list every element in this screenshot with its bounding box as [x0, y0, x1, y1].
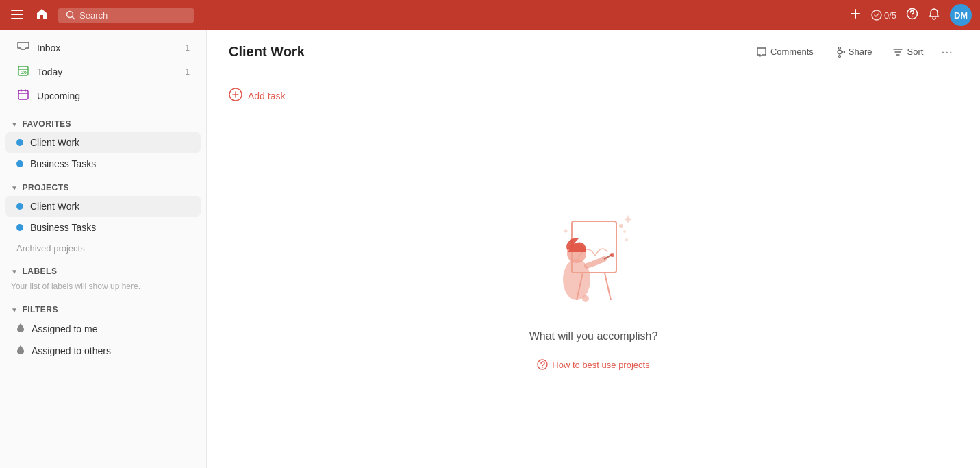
svg-rect-1	[11, 14, 23, 15]
svg-point-24	[625, 238, 628, 241]
add-task-button[interactable]: Add task	[229, 85, 285, 106]
avatar-initials: DM	[954, 10, 968, 21]
filters-chevron: ▼	[11, 306, 18, 314]
project-dot	[16, 160, 23, 167]
add-icon[interactable]	[849, 8, 862, 23]
svg-point-11	[838, 47, 840, 49]
upcoming-label: Upcoming	[37, 90, 190, 101]
projects-list: Client Work Business Tasks	[0, 195, 206, 238]
today-label: Today	[37, 66, 178, 77]
favorites-label: Favorites	[22, 119, 71, 129]
svg-point-21	[610, 253, 614, 257]
comments-icon	[756, 47, 767, 58]
favorites-list: Client Work Business Tasks	[0, 132, 206, 175]
projects-header[interactable]: ▼ Projects	[0, 177, 206, 195]
svg-point-6	[912, 16, 913, 17]
filters-header[interactable]: ▼ Filters	[0, 299, 206, 317]
sort-button[interactable]: Sort	[884, 42, 931, 62]
share-icon	[834, 47, 845, 58]
karma-badge[interactable]: 0/5	[871, 10, 896, 21]
svg-point-26	[538, 360, 547, 369]
notifications-icon[interactable]	[928, 8, 940, 23]
inbox-count: 1	[185, 43, 190, 53]
user-avatar[interactable]: DM	[950, 4, 972, 26]
svg-point-10	[838, 50, 842, 54]
more-options-button[interactable]: ···	[935, 41, 958, 62]
project-label: Client Work	[30, 201, 79, 212]
sidebar-item-client-work-fav[interactable]: Client Work	[5, 132, 201, 153]
sidebar-item-client-work-proj[interactable]: Client Work	[5, 196, 201, 217]
upcoming-icon	[16, 89, 30, 103]
svg-point-27	[542, 367, 544, 368]
inbox-icon	[16, 41, 30, 55]
sidebar: Inbox 1 26 Today 1	[0, 30, 207, 468]
content-body: Add task	[207, 71, 980, 468]
filter-drop-icon	[16, 323, 25, 334]
how-to-link[interactable]: How to best use projects	[537, 359, 649, 370]
search-icon	[66, 10, 75, 20]
how-to-icon	[537, 359, 548, 370]
svg-rect-2	[11, 18, 23, 19]
svg-point-25	[582, 295, 589, 302]
projects-label: Projects	[22, 183, 69, 193]
labels-empty: Your list of labels will show up here.	[0, 279, 206, 297]
favorites-header[interactable]: ▼ Favorites	[0, 114, 206, 132]
projects-chevron: ▼	[11, 184, 18, 192]
sidebar-item-today[interactable]: 26 Today 1	[5, 60, 201, 84]
project-dot	[16, 203, 23, 210]
sidebar-item-inbox[interactable]: Inbox 1	[5, 36, 201, 60]
project-label: Business Tasks	[30, 222, 96, 233]
karma-icon	[871, 10, 882, 21]
empty-state: What will you accomplish? How to best us…	[229, 106, 958, 454]
project-dot	[16, 224, 23, 231]
svg-point-13	[838, 55, 840, 57]
project-label: Business Tasks	[30, 158, 96, 169]
filters-label: Filters	[22, 305, 58, 315]
main-layout: Inbox 1 26 Today 1	[0, 30, 980, 468]
home-icon[interactable]	[33, 5, 51, 26]
topbar-right: 0/5 DM	[849, 4, 972, 26]
page-title: Client Work	[229, 44, 734, 60]
header-actions: Comments Share Sort	[748, 41, 958, 62]
labels-header[interactable]: ▼ Labels	[0, 261, 206, 279]
search-bar[interactable]: Search	[58, 8, 194, 23]
sidebar-item-upcoming[interactable]: Upcoming	[5, 84, 201, 108]
archived-projects[interactable]: Archived projects	[5, 239, 201, 258]
sidebar-item-business-tasks-fav[interactable]: Business Tasks	[5, 153, 201, 174]
search-label: Search	[79, 10, 108, 21]
content-area: Client Work Comments Share	[207, 30, 980, 468]
project-label: Client Work	[30, 137, 79, 148]
svg-rect-9	[18, 90, 28, 99]
svg-point-12	[842, 51, 844, 53]
sidebar-filter-assigned-to-me[interactable]: Assigned to me	[5, 318, 201, 339]
comments-button[interactable]: Comments	[748, 42, 822, 62]
how-to-text: How to best use projects	[552, 360, 649, 370]
svg-text:26: 26	[21, 70, 27, 75]
labels-label: Labels	[22, 267, 57, 276]
sidebar-nav: Inbox 1 26 Today 1	[0, 30, 206, 111]
sidebar-item-business-tasks-proj[interactable]: Business Tasks	[5, 217, 201, 238]
karma-count: 0/5	[884, 10, 896, 21]
content-header: Client Work Comments Share	[207, 30, 980, 71]
empty-title: What will you accomplish?	[529, 330, 658, 343]
svg-point-22	[619, 224, 623, 228]
sort-icon	[892, 47, 903, 58]
help-icon[interactable]	[906, 8, 918, 23]
inbox-label: Inbox	[37, 42, 178, 53]
share-button[interactable]: Share	[826, 42, 881, 62]
today-count: 1	[185, 67, 190, 77]
today-icon: 26	[16, 65, 30, 79]
menu-icon[interactable]	[8, 5, 26, 25]
labels-chevron: ▼	[11, 268, 18, 275]
filters-list: Assigned to me Assigned to others	[0, 317, 206, 362]
empty-illustration	[525, 190, 662, 314]
favorites-chevron: ▼	[11, 121, 18, 128]
sidebar-filter-assigned-to-others[interactable]: Assigned to others	[5, 340, 201, 361]
filter-drop-icon-2	[16, 345, 25, 356]
project-dot	[16, 139, 23, 146]
filter-label: Assigned to others	[32, 345, 111, 356]
add-task-plus-icon	[229, 88, 242, 103]
topbar: Search 0/5	[0, 0, 980, 30]
add-task-label: Add task	[248, 90, 285, 101]
filter-label: Assigned to me	[32, 323, 98, 334]
